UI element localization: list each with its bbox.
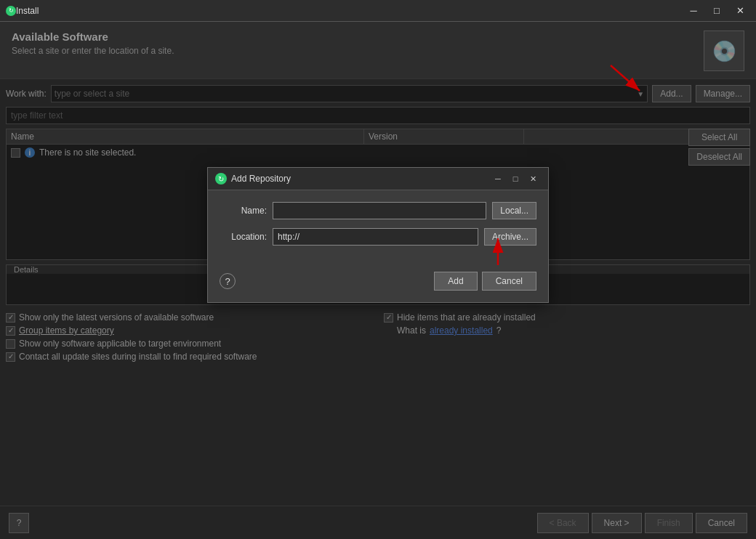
dialog-cancel-button[interactable]: Cancel bbox=[482, 272, 536, 291]
dialog-close-button[interactable]: ✕ bbox=[525, 172, 541, 185]
dialog-titlebar: ↻ Add Repository ─ □ ✕ bbox=[208, 168, 548, 190]
dialog-content: Name: Local... Location: Archive... bbox=[208, 190, 548, 266]
maximize-button[interactable]: □ bbox=[707, 3, 727, 19]
dialog-footer: ? Add Cancel bbox=[208, 266, 548, 302]
dialog-help-button[interactable]: ? bbox=[220, 273, 236, 289]
dialog-location-input[interactable] bbox=[273, 228, 478, 246]
dialog-title: Add Repository bbox=[231, 174, 291, 184]
dialog-location-label: Location: bbox=[220, 232, 267, 242]
modal-overlay: ↻ Add Repository ─ □ ✕ Name: Local... Lo… bbox=[0, 22, 756, 539]
title-bar: ↻ Install ─ □ ✕ bbox=[0, 0, 756, 22]
dialog-name-label: Name: bbox=[220, 206, 267, 216]
dialog-minimize-button[interactable]: ─ bbox=[490, 172, 506, 185]
dialog-location-row: Location: Archive... bbox=[220, 228, 536, 246]
dialog-add-button[interactable]: Add bbox=[434, 272, 477, 291]
title-bar-controls: ─ □ ✕ bbox=[683, 3, 750, 19]
dialog-name-row: Name: Local... bbox=[220, 202, 536, 219]
dialog-title-left: ↻ Add Repository bbox=[215, 173, 291, 185]
dialog-title-icon: ↻ bbox=[215, 173, 227, 185]
app-icon: ↻ bbox=[6, 6, 16, 16]
title-bar-title: Install bbox=[16, 6, 683, 16]
close-button[interactable]: ✕ bbox=[730, 3, 750, 19]
dialog-local-button[interactable]: Local... bbox=[492, 202, 536, 219]
dialog-footer-buttons: Add Cancel bbox=[434, 272, 536, 291]
dialog-name-input[interactable] bbox=[273, 202, 486, 219]
add-repository-dialog: ↻ Add Repository ─ □ ✕ Name: Local... Lo… bbox=[207, 167, 549, 303]
dialog-controls: ─ □ ✕ bbox=[490, 172, 541, 185]
dialog-maximize-button[interactable]: □ bbox=[507, 172, 523, 185]
minimize-button[interactable]: ─ bbox=[683, 3, 704, 19]
dialog-archive-button[interactable]: Archive... bbox=[484, 228, 536, 246]
